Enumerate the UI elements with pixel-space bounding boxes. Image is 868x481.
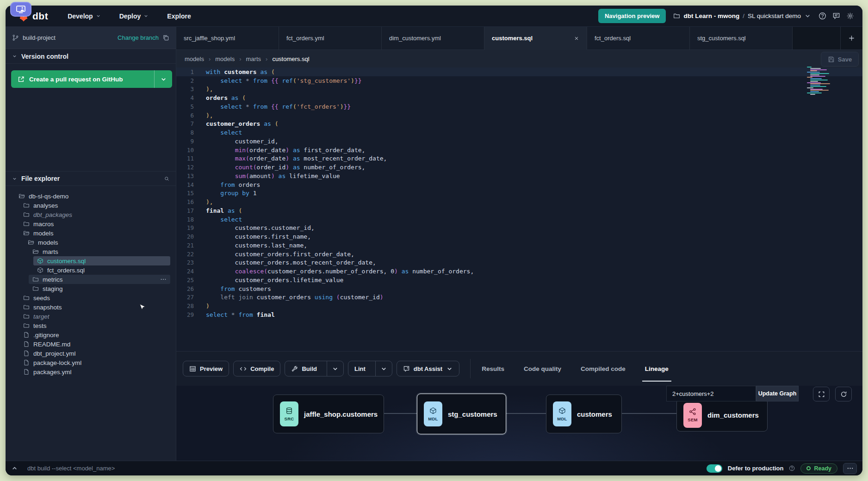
tree-item-README.md[interactable]: README.md [19, 339, 170, 349]
code-line[interactable]: 20 customers.first_name, [176, 232, 862, 241]
code-line[interactable]: 27 left join customer_orders using (cust… [176, 293, 862, 302]
bottom-tab-code-quality[interactable]: Code quality [523, 363, 562, 375]
tab-stg_customers.sql[interactable]: stg_customers.sql [690, 27, 793, 50]
code-line[interactable]: 16), [176, 197, 862, 206]
build-caret[interactable] [327, 361, 343, 376]
lineage-node-stg_customers[interactable]: MDLstg_customers [417, 394, 506, 434]
code-line[interactable]: 10 min(order_date) as first_order_date, [176, 146, 862, 154]
code-line[interactable]: 24 coalesce(customer_orders.number_of_or… [176, 267, 862, 276]
preview-button[interactable]: Preview [183, 361, 229, 376]
dbt-assist-button[interactable]: dbt Assist [397, 361, 459, 376]
chevron-up-icon[interactable] [11, 465, 18, 472]
more-options-button[interactable] [843, 463, 857, 474]
compile-button[interactable]: Compile [233, 361, 280, 376]
nav-menu-explore[interactable]: Explore [167, 12, 191, 20]
code-line[interactable]: 25 customer_orders.lifetime_value [176, 276, 862, 284]
tree-item-snapshots[interactable]: snapshots [19, 302, 170, 312]
version-control-header[interactable]: Version control [6, 49, 176, 64]
search-icon[interactable] [164, 176, 169, 181]
code-line[interactable]: 1with customers as ( [176, 68, 862, 76]
lineage-node-jaffle_shop.customers[interactable]: SRCjaffle_shop.customers [273, 395, 384, 433]
tree-item-marts[interactable]: marts [29, 247, 170, 256]
tree-item-customers.sql[interactable]: customers.sql [33, 256, 170, 265]
code-line[interactable]: 22 customer_orders.first_order_date, [176, 250, 862, 259]
new-tab-button[interactable] [840, 27, 862, 50]
close-icon[interactable] [574, 36, 579, 41]
code-line[interactable]: 6), [176, 111, 862, 120]
tree-item-models[interactable]: models [24, 238, 170, 247]
code-editor[interactable]: 1with customers as (2 select * from {{ r… [176, 68, 862, 351]
tree-item-dbt_packages[interactable]: dbt_packages [19, 210, 170, 219]
tree-item-package-lock.yml[interactable]: package-lock.yml [19, 358, 170, 367]
bottom-tab-compiled-code[interactable]: Compiled code [580, 363, 626, 375]
code-line[interactable]: 21 customers.last_name, [176, 241, 862, 250]
editor-breadcrumb-item[interactable]: models [215, 56, 235, 62]
code-line[interactable]: 8 select [176, 128, 862, 137]
code-line[interactable]: 23 customer_orders.most_recent_order_dat… [176, 259, 862, 267]
code-line[interactable]: 13 sum(amount) as lifetime_value [176, 172, 862, 180]
feedback-icon[interactable] [832, 12, 840, 20]
save-button[interactable]: Save [821, 52, 859, 67]
code-line[interactable]: 28) [176, 302, 862, 310]
editor-breadcrumb-item[interactable]: marts [246, 56, 261, 62]
defer-help-icon[interactable] [789, 465, 795, 471]
code-line[interactable]: 2 select * from {{ ref('stg_customers')}… [176, 76, 862, 85]
tree-item-models[interactable]: models [19, 228, 170, 238]
create-pr-caret[interactable] [155, 70, 172, 88]
build-button[interactable]: Build [285, 361, 323, 376]
code-line[interactable]: 14 from orders [176, 180, 862, 189]
row-options-icon[interactable] [160, 276, 167, 283]
tree-item-tests[interactable]: tests [19, 321, 170, 330]
tree-item-dbt_project.yml[interactable]: dbt_project.yml [19, 349, 170, 358]
command-input[interactable]: dbt build --select <model_name> [27, 465, 115, 472]
navigation-preview-button[interactable]: Navigation preview [598, 9, 666, 23]
tree-item-.gitignore[interactable]: .gitignore [19, 330, 170, 339]
tree-item-fct_orders.sql[interactable]: fct_orders.sql [33, 265, 170, 275]
change-branch-link[interactable]: Change branch [118, 34, 159, 41]
tree-item-packages.yml[interactable]: packages.yml [19, 367, 170, 376]
fullscreen-button[interactable] [813, 387, 830, 401]
code-line[interactable]: 11 max(order_date) as most_recent_order_… [176, 154, 862, 163]
code-line[interactable]: 4orders as ( [176, 93, 862, 102]
tab-src_jaffle_shop.yml[interactable]: src_jaffle_shop.yml [176, 27, 279, 50]
refresh-button[interactable] [835, 387, 852, 401]
tree-item-db-sl-qs-demo[interactable]: db-sl-qs-demo [15, 191, 170, 201]
editor-breadcrumb-item[interactable]: models [185, 56, 204, 62]
code-line[interactable]: 12 count(order_id) as number_of_orders, [176, 163, 862, 172]
code-line[interactable]: 19 customers.customer_id, [176, 224, 862, 233]
lineage-node-customers[interactable]: MDLcustomers [546, 395, 622, 433]
nav-menu-develop[interactable]: Develop [68, 12, 100, 20]
defer-toggle[interactable] [707, 464, 722, 473]
code-line[interactable]: 3), [176, 85, 862, 94]
copy-icon[interactable] [162, 34, 169, 41]
bottom-tab-lineage[interactable]: Lineage [644, 363, 670, 375]
lineage-selector-input[interactable]: 2+customers+2 [666, 386, 756, 401]
code-line[interactable]: 26 from customers [176, 284, 862, 293]
code-line[interactable]: 18 select [176, 215, 862, 224]
nav-menu-deploy[interactable]: Deploy [119, 12, 149, 20]
account-breadcrumb[interactable]: dbt Learn - mwong / SL quickstart demo [673, 12, 811, 19]
tab-dim_customers.yml[interactable]: dim_customers.yml [382, 27, 484, 50]
lineage-node-dim_customers[interactable]: SEMdim_customers [676, 399, 768, 432]
file-explorer-header[interactable]: File explorer [6, 171, 176, 186]
create-pr-button[interactable]: Create a pull request on GitHub [11, 70, 172, 88]
code-line[interactable]: 15 group by 1 [176, 189, 862, 198]
lint-caret[interactable] [375, 361, 392, 376]
help-icon[interactable] [818, 12, 826, 20]
minimap[interactable] [807, 67, 836, 96]
code-line[interactable]: 17final as ( [176, 206, 862, 215]
tab-fct_orders.yml[interactable]: fct_orders.yml [279, 27, 382, 50]
lint-button[interactable]: Lint [348, 361, 372, 376]
code-line[interactable]: 9 customer_id, [176, 137, 862, 146]
create-pr-main[interactable]: Create a pull request on GitHub [11, 70, 155, 88]
editor-breadcrumb-item[interactable]: customers.sql [272, 56, 309, 62]
tab-customers.sql[interactable]: customers.sql [484, 27, 587, 50]
gear-icon[interactable] [846, 12, 854, 20]
update-graph-button[interactable]: Update Graph [756, 386, 799, 401]
tree-item-macros[interactable]: macros [19, 219, 170, 228]
code-line[interactable]: 5 select * from {{ ref('fct_orders')}} [176, 102, 862, 111]
tree-item-analyses[interactable]: analyses [19, 201, 170, 210]
code-line[interactable]: 29select * from final [176, 310, 862, 319]
tab-fct_orders.sql[interactable]: fct_orders.sql [587, 27, 690, 50]
tree-item-seeds[interactable]: seeds [19, 293, 170, 302]
